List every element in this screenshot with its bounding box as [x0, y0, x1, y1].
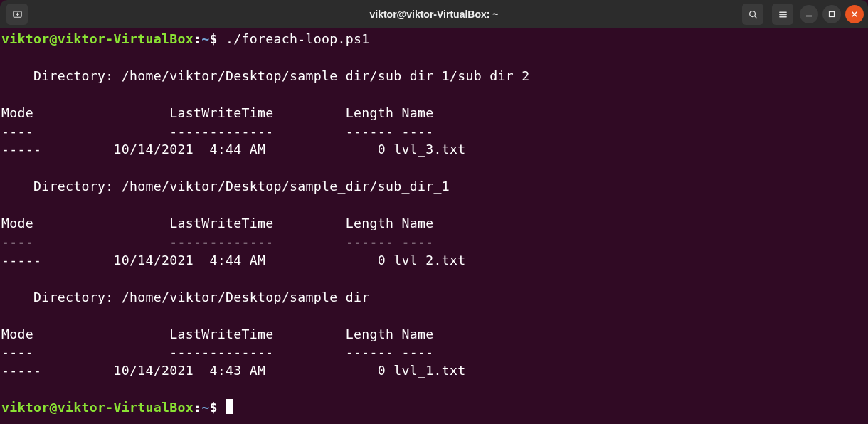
table-header: Mode LastWriteTime Length Name: [1, 216, 434, 230]
minimize-button[interactable]: [800, 5, 818, 23]
close-icon: [851, 11, 858, 18]
minimize-icon: [805, 11, 813, 18]
table-row: ----- 10/14/2021 4:44 AM 0 lvl_2.txt: [1, 253, 466, 267]
close-button[interactable]: [845, 5, 864, 23]
table-divider: ---- ------------- ------ ----: [1, 124, 434, 139]
directory-path: /home/viktor/Desktop/sample_dir/sub_dir_…: [122, 68, 530, 83]
directory-label: Directory:: [1, 68, 122, 83]
new-tab-icon: [12, 9, 23, 20]
titlebar: viktor@viktor-VirtualBox: ~: [0, 0, 868, 28]
prompt-colon: :: [194, 400, 201, 415]
search-icon: [748, 9, 758, 20]
table-header: Mode LastWriteTime Length Name: [1, 105, 434, 120]
directory-label: Directory:: [1, 290, 122, 304]
table-row: ----- 10/14/2021 4:44 AM 0 lvl_3.txt: [1, 142, 466, 157]
titlebar-left: [4, 4, 30, 25]
cursor: [226, 399, 233, 414]
search-button[interactable]: [742, 4, 763, 25]
prompt-colon: :: [194, 31, 201, 46]
hamburger-icon: [778, 9, 788, 20]
titlebar-right: [740, 4, 864, 25]
table-row: ----- 10/14/2021 4:43 AM 0 lvl_1.txt: [1, 363, 466, 378]
menu-button[interactable]: [772, 4, 793, 25]
table-divider: ---- ------------- ------ ----: [1, 234, 434, 249]
directory-line: Directory: /home/viktor/Desktop/sample_d…: [1, 290, 370, 304]
command: ./foreach-loop.ps1: [218, 31, 370, 46]
new-tab-button[interactable]: [6, 4, 28, 25]
prompt-path: ~: [201, 31, 209, 46]
prompt-userhost: viktor@viktor-VirtualBox: [1, 400, 194, 415]
directory-line: Directory: /home/viktor/Desktop/sample_d…: [1, 68, 530, 83]
table-divider: ---- ------------- ------ ----: [1, 344, 434, 359]
terminal[interactable]: viktor@viktor-VirtualBox:~$ ./foreach-lo…: [0, 28, 868, 418]
prompt-path: ~: [201, 400, 209, 415]
maximize-icon: [828, 11, 835, 18]
directory-path: /home/viktor/Desktop/sample_dir: [122, 290, 370, 304]
window-title: viktor@viktor-VirtualBox: ~: [369, 9, 498, 20]
svg-line-2: [754, 16, 756, 18]
svg-rect-7: [830, 12, 835, 17]
prompt-dollar: $: [210, 31, 218, 46]
table-header: Mode LastWriteTime Length Name: [1, 327, 434, 341]
directory-line: Directory: /home/viktor/Desktop/sample_d…: [1, 179, 450, 194]
directory-path: /home/viktor/Desktop/sample_dir/sub_dir_…: [122, 179, 450, 194]
command-text: ./foreach-loop.ps1: [226, 31, 370, 46]
prompt-userhost: viktor@viktor-VirtualBox: [1, 31, 194, 46]
maximize-button[interactable]: [822, 5, 841, 23]
prompt-dollar: $: [210, 400, 218, 415]
directory-label: Directory:: [1, 179, 122, 194]
